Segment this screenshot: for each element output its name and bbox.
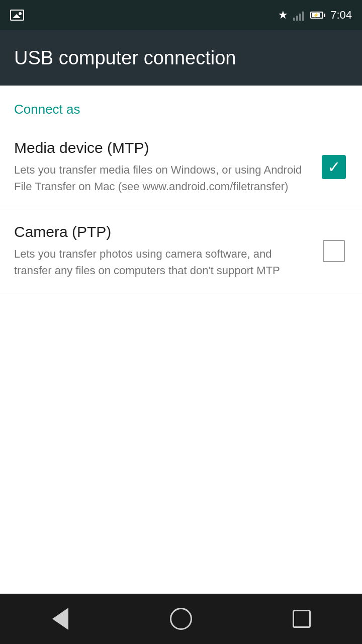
checkmark-icon: ✓ xyxy=(327,159,341,175)
back-button[interactable] xyxy=(45,604,75,634)
image-icon xyxy=(10,10,24,21)
mtp-checkbox-checked: ✓ xyxy=(322,155,346,179)
battery-icon: ⚡ xyxy=(310,12,325,19)
nav-bar xyxy=(0,594,362,644)
ptp-option-title: Camera (PTP) xyxy=(14,223,310,240)
home-button[interactable] xyxy=(166,604,196,634)
status-bar-left-icons xyxy=(10,10,24,21)
app-title: USB computer connection xyxy=(14,47,236,69)
mtp-option-text: Media device (MTP) Lets you transfer med… xyxy=(14,139,320,195)
recents-icon xyxy=(293,610,311,628)
mtp-option-row[interactable]: Media device (MTP) Lets you transfer med… xyxy=(0,125,362,209)
no-signal-icon xyxy=(293,10,305,21)
home-icon xyxy=(170,608,192,630)
status-bar-right-icons: ★ ⚡ 7:04 xyxy=(278,9,352,22)
ptp-checkbox[interactable] xyxy=(320,237,348,265)
star-icon: ★ xyxy=(278,9,288,22)
app-bar: USB computer connection xyxy=(0,30,362,86)
back-icon xyxy=(52,608,68,630)
ptp-option-text: Camera (PTP) Lets you transfer photos us… xyxy=(14,223,320,279)
ptp-option-description: Lets you transfer photos using camera so… xyxy=(14,246,310,279)
mtp-option-title: Media device (MTP) xyxy=(14,139,310,156)
mtp-checkbox[interactable]: ✓ xyxy=(320,153,348,181)
section-title: Connect as xyxy=(14,102,80,117)
status-bar: ★ ⚡ 7:04 xyxy=(0,0,362,30)
ptp-option-row[interactable]: Camera (PTP) Lets you transfer photos us… xyxy=(0,209,362,293)
recents-button[interactable] xyxy=(287,604,317,634)
status-time: 7:04 xyxy=(330,9,352,22)
section-header: Connect as xyxy=(0,86,362,125)
content-area: Connect as Media device (MTP) Lets you t… xyxy=(0,86,362,293)
mtp-option-description: Lets you transfer media files on Windows… xyxy=(14,162,310,195)
ptp-checkbox-unchecked xyxy=(323,240,345,262)
